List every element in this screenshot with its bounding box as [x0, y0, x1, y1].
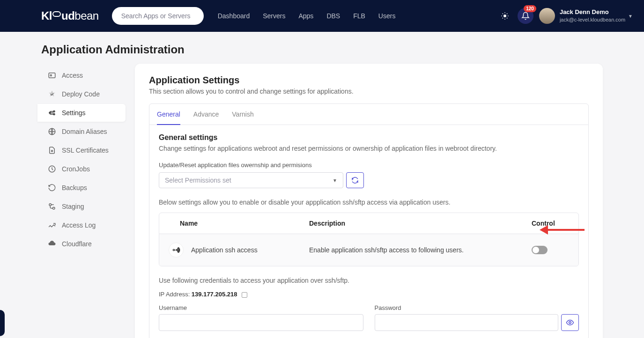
password-label: Password — [375, 304, 579, 311]
tab-advance[interactable]: Advance — [193, 104, 219, 125]
permissions-select[interactable]: Select Permissions set ▼ — [159, 172, 343, 188]
svg-point-24 — [569, 322, 571, 324]
nav-dashboard[interactable]: Dashboard — [218, 12, 250, 20]
ssh-row-desc: Enable application ssh/sftp access to fo… — [309, 246, 532, 254]
permissions-label: Update/Reset application files owernship… — [159, 162, 579, 169]
sidebar-item-label: Domain Aliases — [62, 128, 107, 135]
sidebar-item-accesslog[interactable]: Access Log — [41, 216, 126, 234]
toggle-password-button[interactable] — [561, 314, 579, 331]
general-settings-desc: Change settings for applications webroot… — [159, 145, 579, 152]
tab-general[interactable]: General — [157, 104, 180, 125]
chevron-down-icon: ▼ — [628, 14, 633, 19]
user-name: Jack Denn Demo — [560, 8, 625, 16]
permissions-placeholder: Select Permissions set — [165, 176, 231, 184]
section-title: Application Settings — [149, 75, 589, 86]
sidebar-item-label: Cloudflare — [62, 240, 92, 248]
page-title: Application Administration — [41, 43, 603, 56]
search-input[interactable]: Search Apps or Servers — [112, 7, 204, 25]
sidebar-item-label: Access — [62, 72, 83, 79]
table-row: Application ssh access Enable applicatio… — [159, 234, 578, 266]
sidebar-item-backups[interactable]: Backups — [41, 179, 126, 197]
notification-badge: 120 — [524, 5, 536, 12]
tabs: General Advance Varnish — [149, 103, 589, 125]
sidebar-item-label: Deploy Code — [62, 90, 100, 98]
sidebar-item-label: Settings — [62, 109, 86, 117]
ssh-row-name: Application ssh access — [191, 246, 258, 254]
th-name: Name — [180, 220, 198, 227]
copy-icon[interactable] — [242, 292, 247, 298]
notifications-button[interactable]: 120 — [518, 8, 533, 24]
sidebar-item-label: Staging — [62, 203, 84, 210]
sidebar-item-cloudflare[interactable]: Cloudflare — [41, 235, 126, 253]
bell-icon — [521, 12, 530, 20]
sidebar-item-deploy[interactable]: Deploy Code — [41, 85, 126, 103]
svg-point-18 — [53, 207, 55, 210]
ssh-note: Below settings allow you to enable or di… — [159, 198, 579, 206]
app-header: Kludbean Search Apps or Servers Dashboar… — [0, 0, 644, 32]
sidebar: Access Deploy Code Settings Domain Alias… — [41, 64, 126, 338]
sidebar-item-settings[interactable]: Settings — [37, 104, 126, 122]
nav-servers[interactable]: Servers — [263, 12, 285, 20]
chevron-down-icon: ▼ — [333, 178, 337, 183]
sidebar-item-staging[interactable]: Staging — [41, 198, 126, 215]
refresh-icon — [351, 176, 359, 184]
sidebar-item-cron[interactable]: CronJobs — [41, 160, 126, 178]
tab-varnish[interactable]: Varnish — [232, 104, 253, 125]
credentials-note: Use following credentials to access your… — [159, 277, 579, 284]
svg-point-17 — [49, 204, 52, 206]
svg-line-6 — [507, 18, 507, 18]
svg-line-7 — [503, 18, 503, 18]
annotation-arrow — [547, 229, 585, 231]
svg-point-19 — [173, 249, 174, 250]
refresh-button[interactable] — [346, 172, 364, 188]
ip-value: 139.177.205.218 — [192, 291, 237, 298]
nav-users[interactable]: Users — [378, 12, 396, 20]
ssh-toggle[interactable] — [532, 246, 548, 254]
sidebar-item-label: Access Log — [62, 221, 96, 229]
eye-icon — [566, 318, 574, 327]
section-subtitle: This section allows you to control and c… — [149, 88, 589, 95]
nav-links: Dashboard Servers Apps DBS FLB Users — [218, 12, 396, 20]
sidebar-item-label: CronJobs — [62, 165, 90, 173]
th-desc: Description — [309, 220, 345, 227]
sidebar-item-label: SSL Certificates — [62, 147, 109, 154]
sidebar-item-domain[interactable]: Domain Aliases — [41, 123, 126, 140]
sun-icon[interactable] — [501, 12, 509, 20]
nav-dbs[interactable]: DBS — [326, 12, 340, 20]
logo[interactable]: Kludbean — [41, 9, 99, 22]
avatar[interactable] — [539, 8, 555, 24]
username-label: Username — [159, 304, 363, 311]
svg-point-15 — [52, 150, 53, 152]
sidebar-item-access[interactable]: Access — [41, 66, 126, 84]
svg-line-8 — [507, 14, 507, 14]
svg-line-5 — [503, 14, 503, 14]
svg-point-10 — [50, 75, 52, 76]
password-input[interactable] — [375, 314, 559, 331]
ssh-table: Name Description Control Application ssh… — [159, 213, 579, 266]
nav-flb[interactable]: FLB — [353, 12, 365, 20]
sidebar-item-label: Backups — [62, 184, 87, 191]
ssh-icon — [169, 242, 184, 257]
ip-address-row: IP Address: 139.177.205.218 — [159, 291, 579, 298]
nav-apps[interactable]: Apps — [298, 12, 313, 20]
username-input[interactable] — [159, 314, 363, 331]
main-panel: Application Settings This section allows… — [135, 64, 603, 338]
user-menu[interactable]: Jack Denn Demo jack@c-level.kloudbean.co… — [560, 8, 625, 23]
svg-point-0 — [503, 15, 506, 17]
general-settings-title: General settings — [159, 133, 579, 142]
chat-widget[interactable] — [0, 310, 5, 336]
sidebar-item-ssl[interactable]: SSL Certificates — [41, 141, 126, 159]
user-email: jack@c-level.kloudbean.com — [560, 16, 625, 23]
